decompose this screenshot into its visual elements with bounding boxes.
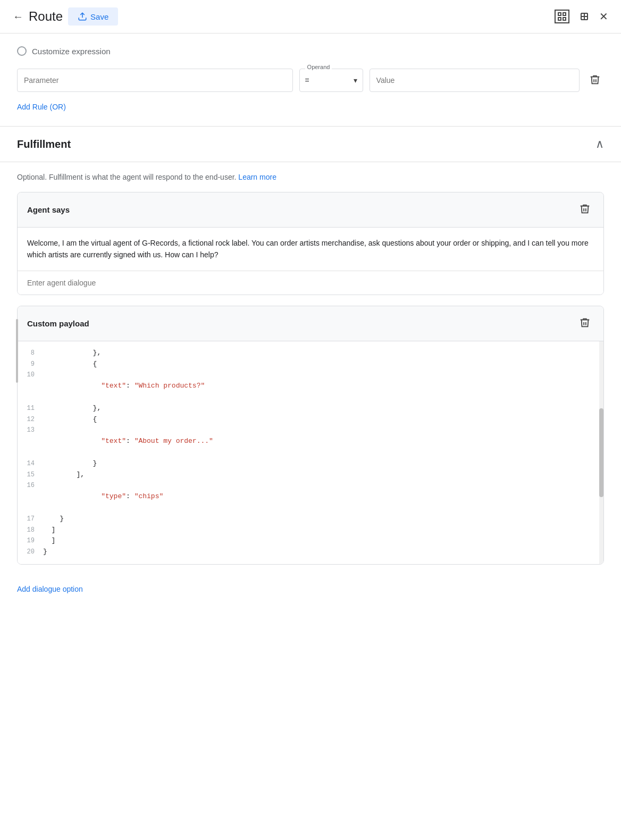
rule-row: Operand = ▾	[17, 69, 604, 92]
line-content: {	[43, 414, 603, 425]
operand-select[interactable]: =	[300, 69, 363, 91]
svg-rect-2	[563, 13, 566, 15]
line-number: 16	[18, 480, 43, 491]
code-line: 16 "type": "chips"	[18, 480, 603, 513]
header: ← Route Save	[0, 0, 621, 33]
svg-rect-1	[558, 13, 561, 15]
line-number: 19	[18, 535, 43, 546]
fulfillment-description: Optional. Fulfillment is what the agent …	[0, 162, 621, 181]
save-button[interactable]: Save	[68, 7, 118, 26]
operand-select-wrap: Operand = ▾	[299, 69, 363, 92]
customize-expression-row: Customize expression	[17, 46, 604, 56]
parameter-input[interactable]	[17, 69, 293, 92]
fulfillment-header: Fulfillment ∧	[0, 127, 621, 162]
agent-dialogue-input[interactable]	[18, 271, 603, 295]
customize-expression-label: Customize expression	[32, 47, 111, 56]
line-content: },	[43, 403, 603, 414]
code-editor-wrap: 8 }, 9 { 10 "text": "Which products	[18, 341, 603, 564]
line-content: },	[43, 348, 603, 359]
learn-more-link[interactable]: Learn more	[238, 173, 276, 181]
save-icon	[78, 12, 87, 21]
custom-payload-header: Custom payload	[18, 306, 603, 341]
line-content: }	[43, 458, 603, 469]
add-dialogue-button[interactable]: Add dialogue option	[0, 575, 100, 603]
line-number: 14	[18, 458, 43, 469]
code-line: 14 }	[18, 458, 603, 469]
agent-says-title: Agent says	[27, 205, 70, 214]
header-icons: ✕	[555, 10, 608, 23]
code-line: 12 {	[18, 414, 603, 425]
svg-rect-4	[563, 18, 566, 20]
header-left: ← Route Save	[13, 7, 548, 26]
add-rule-button[interactable]: Add Rule (OR)	[17, 100, 66, 113]
agent-says-card: Agent says Welcome, I am the virtual age…	[17, 192, 604, 295]
customize-expression-radio[interactable]	[17, 46, 27, 56]
back-button[interactable]: ←	[13, 11, 23, 23]
line-number: 17	[18, 514, 43, 524]
left-scrollbar[interactable]	[16, 319, 18, 383]
code-line: 19 ]	[18, 535, 603, 547]
custom-payload-card: Custom payload 8	[17, 306, 604, 565]
line-content: {	[43, 359, 603, 370]
expand-icon[interactable]	[555, 10, 569, 23]
close-icon[interactable]: ✕	[599, 10, 608, 23]
code-line: 17 }	[18, 514, 603, 525]
code-line: 10 "text": "Which products?"	[18, 369, 603, 402]
line-content: ]	[43, 525, 603, 536]
trash-icon	[589, 74, 601, 86]
custom-payload-title: Custom payload	[27, 319, 89, 328]
line-content: ],	[43, 469, 603, 481]
code-line: 13 "text": "About my order..."	[18, 425, 603, 458]
line-number: 20	[18, 547, 43, 557]
line-number: 13	[18, 425, 43, 435]
code-editor[interactable]: 8 }, 9 { 10 "text": "Which products	[18, 341, 603, 564]
agent-says-header: Agent says	[18, 192, 603, 228]
line-content: "text": "About my order..."	[43, 425, 603, 458]
delete-payload-button[interactable]	[576, 314, 594, 333]
line-content: ]	[43, 535, 603, 547]
code-line: 11 },	[18, 403, 603, 414]
agent-says-text: Welcome, I am the virtual agent of G-Rec…	[27, 237, 594, 261]
svg-rect-3	[558, 18, 561, 20]
delete-agent-says-button[interactable]	[576, 200, 594, 220]
fulfillment-title: Fulfillment	[17, 138, 71, 150]
page-title: Route	[29, 9, 63, 24]
customize-expression-section: Customize expression Operand = ▾	[0, 33, 621, 127]
operand-label: Operand	[305, 64, 332, 70]
trash-icon	[579, 203, 591, 215]
code-line: 8 },	[18, 348, 603, 359]
line-number: 11	[18, 403, 43, 414]
save-label: Save	[90, 12, 108, 21]
line-number: 12	[18, 414, 43, 425]
line-number: 15	[18, 469, 43, 480]
line-number: 9	[18, 359, 43, 369]
line-number: 10	[18, 369, 43, 380]
scrollbar-track	[599, 341, 603, 564]
scrollbar-thumb[interactable]	[599, 408, 603, 498]
delete-rule-button[interactable]	[586, 71, 604, 90]
line-number: 8	[18, 348, 43, 358]
line-content: "type": "chips"	[43, 480, 603, 513]
line-content: "text": "Which products?"	[43, 369, 603, 402]
line-content: }	[43, 547, 603, 558]
trash-icon	[579, 317, 591, 329]
code-line: 18 ]	[18, 525, 603, 536]
code-line: 9 {	[18, 359, 603, 370]
grid-icon[interactable]	[579, 11, 590, 22]
fulfillment-section: Fulfillment ∧ Optional. Fulfillment is w…	[0, 127, 621, 603]
code-line: 15 ],	[18, 469, 603, 481]
collapse-icon[interactable]: ∧	[595, 137, 604, 151]
main-content: Customize expression Operand = ▾	[0, 33, 621, 603]
value-input[interactable]	[370, 69, 580, 92]
code-line: 20 }	[18, 547, 603, 558]
line-number: 18	[18, 525, 43, 535]
agent-says-body: Welcome, I am the virtual agent of G-Rec…	[18, 228, 603, 271]
line-content: }	[43, 514, 603, 525]
